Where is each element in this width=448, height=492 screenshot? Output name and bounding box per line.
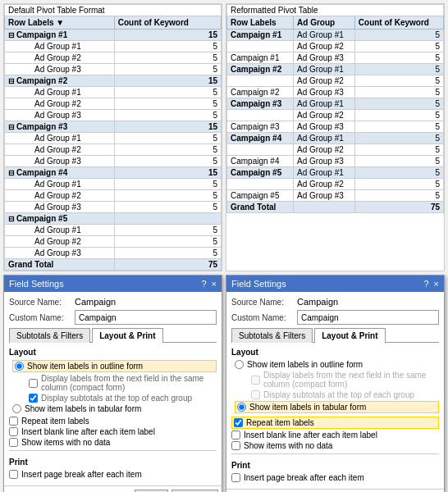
adgroup-value: 5 xyxy=(114,156,221,167)
right-source-value: Campaign xyxy=(297,297,338,307)
value-cell: 5 xyxy=(354,144,443,156)
right-custom-label: Custom Name: xyxy=(231,313,297,322)
value-cell: 5 xyxy=(354,52,443,64)
right-print-break-label: Insert page break after each item xyxy=(244,473,364,482)
left-print-section: Print Insert page break after each item xyxy=(9,450,217,479)
right-blank-line-item: Insert blank line after each item label xyxy=(231,430,439,440)
campaign-value: 15 xyxy=(114,121,221,133)
campaign-value: 15 xyxy=(114,167,221,179)
left-blank-check[interactable] xyxy=(9,427,18,436)
adgroup-label: Ad Group #2 xyxy=(5,190,115,202)
right-radio-tabular: Show item labels in tabular form xyxy=(235,401,439,413)
adgroup-cell: Ad Group #3 xyxy=(294,87,355,98)
left-repeat-check[interactable] xyxy=(9,417,18,426)
left-source-label: Source Name: xyxy=(9,298,75,307)
table-row: Ad Group #2 5 xyxy=(227,144,444,156)
adgroup-label: Ad Group #2 xyxy=(5,98,115,110)
right-radio-tabular-input[interactable] xyxy=(237,403,246,412)
value-cell: 5 xyxy=(354,121,443,133)
right-tab-subtotals[interactable]: Subtotals & Filters xyxy=(231,328,313,343)
value-cell: 5 xyxy=(354,41,443,52)
left-radio-outline-label: Show item labels in outline form xyxy=(27,362,143,371)
left-dialog-help[interactable]: ? xyxy=(201,279,206,289)
adgroup-value: 5 xyxy=(114,110,221,121)
right-source-row: Source Name: Campaign xyxy=(231,297,439,307)
adgroup-label: Ad Group #3 xyxy=(5,202,115,213)
left-compact-check[interactable] xyxy=(29,379,38,388)
left-source-row: Source Name: Campaign xyxy=(9,297,217,307)
table-row: Campaign #3 Ad Group #1 5 xyxy=(227,98,444,110)
left-subtotals-check[interactable] xyxy=(29,394,38,403)
left-dialog-title: Field Settings xyxy=(9,279,64,289)
left-custom-input[interactable] xyxy=(75,310,217,325)
left-extra-options: Repeat item labels Insert blank line aft… xyxy=(9,417,217,447)
left-nodata-check[interactable] xyxy=(9,438,18,447)
right-custom-input[interactable] xyxy=(297,310,439,325)
right-print-check[interactable] xyxy=(231,473,240,482)
campaign-value: 15 xyxy=(114,75,221,87)
table-row: Ad Group #3 5 xyxy=(5,248,222,259)
campaign-value xyxy=(114,213,221,225)
left-radio-tabular: Show item labels in tabular form xyxy=(12,404,217,413)
left-print-check[interactable] xyxy=(9,470,18,479)
right-layout-label: Layout xyxy=(231,348,439,357)
left-print-break-label: Insert page break after each item xyxy=(21,470,142,479)
left-compact-option: Display labels from the next field in th… xyxy=(29,374,217,392)
right-no-data-item: Show items with no data xyxy=(231,441,439,450)
right-col1-header: Row Labels xyxy=(227,16,294,30)
right-sub-options: Display labels from the next field in th… xyxy=(251,371,439,399)
value-cell: 5 xyxy=(354,30,443,41)
campaign-cell: Campaign #3 xyxy=(227,121,294,133)
left-col2-header: Count of Keyword xyxy=(114,16,221,30)
total-label: Grand Total xyxy=(227,202,294,213)
value-cell: 5 xyxy=(354,179,443,190)
right-dialog: Field Settings ? × Source Name: Campaign… xyxy=(226,275,445,492)
value-cell: 5 xyxy=(354,98,443,110)
campaign-cell: Campaign #1 xyxy=(227,52,294,64)
right-dialog-title: Field Settings xyxy=(231,279,286,289)
table-row: Grand Total 75 xyxy=(227,202,444,213)
adgroup-label: Ad Group #2 xyxy=(5,52,115,64)
table-row: Ad Group #2 5 xyxy=(227,179,444,190)
right-repeat-label: Repeat item labels xyxy=(246,418,314,427)
left-source-value: Campaign xyxy=(75,297,116,307)
table-row: Ad Group #1 5 xyxy=(5,179,222,190)
total-value: 75 xyxy=(114,259,221,271)
adgroup-value: 5 xyxy=(114,64,221,75)
left-dialog-close[interactable]: × xyxy=(212,279,217,289)
right-tab-layout[interactable]: Layout & Print xyxy=(314,328,385,343)
right-dialog-close[interactable]: × xyxy=(434,279,439,289)
right-print-section: Print Insert page break after each item xyxy=(231,453,439,482)
adgroup-cell: Ad Group #3 xyxy=(294,52,355,64)
left-sub-options: Display labels from the next field in th… xyxy=(29,374,217,403)
campaign-label: ⊟Campaign #1 xyxy=(5,30,115,41)
adgroup-label: Ad Group #3 xyxy=(5,156,115,167)
campaign-cell: Campaign #3 xyxy=(227,98,294,110)
right-compact-label: Display labels from the next field in th… xyxy=(263,371,439,389)
right-dialog-help[interactable]: ? xyxy=(423,279,428,289)
campaign-cell: Campaign #4 xyxy=(227,133,294,144)
right-extra-options: Repeat item labels Insert blank line aft… xyxy=(231,417,439,450)
left-custom-label: Custom Name: xyxy=(9,313,75,322)
left-radio-tabular-input[interactable] xyxy=(12,404,21,413)
left-radio-outline-input[interactable] xyxy=(15,362,24,371)
right-radio-outline-input[interactable] xyxy=(235,360,244,369)
table-row: Ad Group #2 5 xyxy=(227,41,444,52)
value-cell: 5 xyxy=(354,64,443,75)
right-print-label: Print xyxy=(231,461,439,470)
right-nodata-check[interactable] xyxy=(231,441,240,450)
left-tab-layout[interactable]: Layout & Print xyxy=(92,328,162,343)
adgroup-value: 5 xyxy=(114,133,221,144)
adgroup-cell: Ad Group #2 xyxy=(294,75,355,87)
right-repeat-check[interactable] xyxy=(234,418,243,427)
table-row: ⊟Campaign #2 15 xyxy=(5,75,222,87)
table-row: Ad Group #2 5 xyxy=(5,236,222,248)
adgroup-value: 5 xyxy=(114,179,221,190)
right-blank-check[interactable] xyxy=(231,430,240,440)
right-print-break: Insert page break after each item xyxy=(231,473,439,482)
right-dialog-footer: OK Cancel xyxy=(226,489,444,492)
adgroup-label: Ad Group #1 xyxy=(5,179,115,190)
table-row: Ad Group #1 5 xyxy=(5,225,222,236)
right-radio-outline: Show item labels in outline form xyxy=(235,360,439,369)
left-tab-subtotals[interactable]: Subtotals & Filters xyxy=(9,328,90,343)
